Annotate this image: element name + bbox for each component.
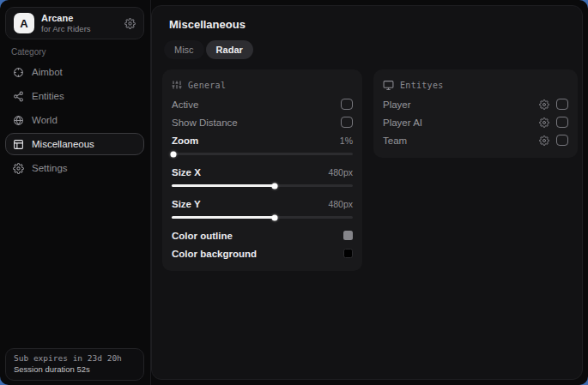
color-background-row: Color background [172,244,353,262]
active-row: Active [172,95,353,113]
brand-subtitle: for Arc Riders [41,24,91,33]
player-ai-row: Player AI [383,113,568,131]
sidebar-item-miscellaneous[interactable]: Miscellaneous [5,133,144,155]
gear-icon[interactable] [539,117,549,128]
sidebar-item-label: Entities [32,91,64,101]
active-label: Active [172,99,198,110]
zoom-row: Zoom 1% [172,131,353,149]
size-y-label: Size Y [172,199,201,209]
brand-text: Arcane for Arc Riders [41,13,91,33]
team-label: Team [383,135,407,146]
network-icon [13,91,24,102]
sidebar-item-settings[interactable]: Settings [5,157,144,179]
globe-icon [13,115,24,126]
sidebar-nav: Aimbot Entities World Miscellaneous [5,61,144,181]
page-title: Miscellaneous [169,18,246,31]
sidebar-item-label: Miscellaneous [32,139,94,149]
show-distance-label: Show Distance [172,117,238,128]
monitor-icon [383,80,394,91]
subscription-info: Sub expires in 23d 20h Session duration … [5,348,144,381]
sidebar-item-label: Settings [32,163,68,173]
sidebar-item-label: Aimbot [32,67,63,77]
size-y-row: Size Y 480px [172,195,353,213]
brand-logo: A [14,13,34,33]
sidebar-item-world[interactable]: World [5,109,144,131]
player-row: Player [383,95,568,113]
player-label: Player [383,99,411,110]
general-card-title: General [188,81,226,90]
size-x-slider[interactable] [172,181,353,190]
player-ai-label: Player AI [383,117,422,128]
team-row: Team [383,131,568,149]
zoom-slider[interactable] [172,149,353,159]
slider-fill [172,184,275,187]
team-controls [539,135,568,146]
brand-name: Arcane [41,13,91,24]
sub-expires-text: Sub expires in 23d 20h [14,353,136,363]
entities-card: Entityes Player Player AI [373,69,578,158]
show-distance-checkbox[interactable] [341,117,353,128]
zoom-label: Zoom [172,135,198,146]
slider-fill [172,216,275,219]
color-outline-row: Color outline [172,226,353,244]
slider-thumb[interactable] [272,214,278,220]
color-outline-label: Color outline [172,231,233,241]
size-x-label: Size X [172,167,201,177]
brand-header: A Arcane for Arc Riders [5,7,144,39]
grid-icon [13,139,24,150]
gear-icon[interactable] [539,99,549,110]
category-label: Category [11,47,46,57]
active-checkbox[interactable] [341,99,353,110]
show-distance-row: Show Distance [172,113,353,131]
tab-bar: Misc Radar [164,40,253,59]
general-card: General Active Show Distance Zoom 1% [162,69,362,271]
gear-icon [13,163,24,174]
slider-track [172,153,353,155]
sliders-icon [172,80,182,90]
zoom-value: 1% [340,135,353,146]
sidebar-item-label: World [32,115,58,125]
session-duration-text: Session duration 52s [14,364,136,374]
team-checkbox[interactable] [556,135,568,146]
color-background-swatch[interactable] [343,249,353,258]
size-x-value: 480px [328,167,353,177]
slider-thumb[interactable] [171,151,177,157]
color-outline-swatch[interactable] [343,231,353,240]
general-card-header: General [172,76,353,93]
player-controls [539,99,568,110]
color-background-label: Color background [172,249,257,259]
main-panel: Miscellaneous Misc Radar General Active [151,5,583,380]
cards-row: General Active Show Distance Zoom 1% [162,69,578,271]
sidebar-item-entities[interactable]: Entities [5,85,144,107]
gear-icon[interactable] [539,135,549,146]
entities-card-header: Entityes [383,76,568,93]
app-window: A Arcane for Arc Riders Category Aimbot [0,0,588,385]
size-x-row: Size X 480px [172,163,353,181]
player-ai-checkbox[interactable] [556,117,568,128]
crosshair-icon [13,67,24,78]
entities-card-title: Entityes [400,81,444,90]
tab-radar[interactable]: Radar [206,40,253,59]
gear-icon[interactable] [124,18,136,29]
slider-thumb[interactable] [272,183,278,189]
sidebar-item-aimbot[interactable]: Aimbot [5,61,144,83]
tab-misc[interactable]: Misc [164,40,204,59]
size-y-slider[interactable] [172,213,353,222]
sidebar: A Arcane for Arc Riders Category Aimbot [0,0,151,385]
player-ai-controls [539,117,568,128]
size-y-value: 480px [328,199,353,209]
player-checkbox[interactable] [556,99,568,110]
